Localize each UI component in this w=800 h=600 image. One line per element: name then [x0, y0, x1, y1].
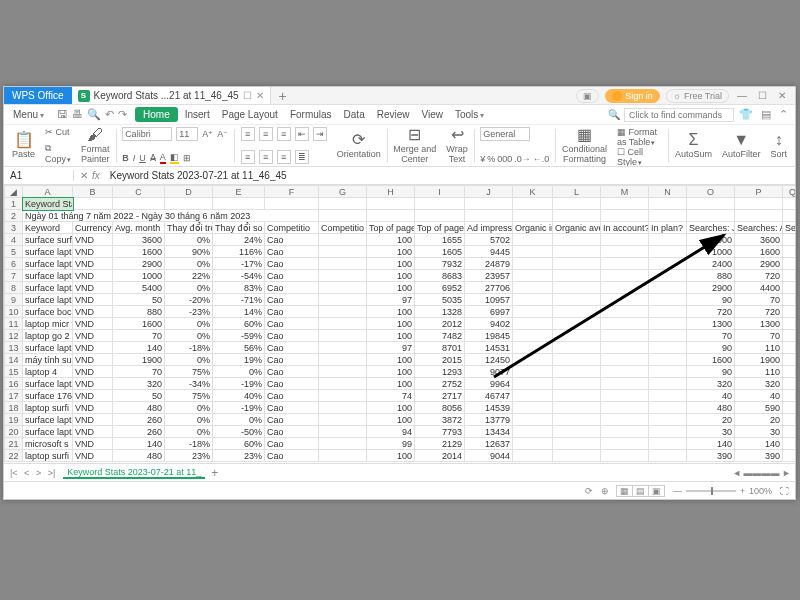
- cell[interactable]: [513, 246, 553, 258]
- cell[interactable]: [367, 198, 415, 210]
- cell[interactable]: 74: [367, 390, 415, 402]
- collapse-ribbon-icon[interactable]: ⌃: [776, 108, 791, 121]
- cell[interactable]: [783, 366, 796, 378]
- underline-button[interactable]: U: [139, 153, 146, 163]
- cell[interactable]: 100: [367, 330, 415, 342]
- cell[interactable]: laptop go 2: [23, 330, 73, 342]
- show-panel-icon[interactable]: ▤: [758, 108, 774, 121]
- cell[interactable]: 0%: [165, 318, 213, 330]
- cell[interactable]: VND: [73, 306, 113, 318]
- cell[interactable]: 2400: [687, 258, 735, 270]
- cell[interactable]: 99: [367, 438, 415, 450]
- cell[interactable]: VND: [73, 366, 113, 378]
- cell[interactable]: 9402: [465, 318, 513, 330]
- free-trial-button[interactable]: ☼ Free Trial: [666, 89, 729, 103]
- cell[interactable]: [783, 426, 796, 438]
- cell[interactable]: 1293: [415, 366, 465, 378]
- sync-icon[interactable]: ⟳: [585, 486, 593, 496]
- cell[interactable]: surface lapt: [23, 246, 73, 258]
- cell[interactable]: 1600: [113, 246, 165, 258]
- cell[interactable]: laptop surfi: [23, 450, 73, 462]
- cell[interactable]: [319, 342, 367, 354]
- cell[interactable]: Keyword: [23, 222, 73, 234]
- cell[interactable]: 2012: [415, 318, 465, 330]
- cell[interactable]: Top of page: [415, 222, 465, 234]
- cell[interactable]: 30: [687, 426, 735, 438]
- orientation-button[interactable]: ⟳Orientation: [333, 127, 385, 164]
- sheet-grid[interactable]: ◢ABCDEFGHIJKLMNOPQ 1Keyword Stats 2023-0…: [4, 185, 795, 463]
- cell[interactable]: Organic ave: [553, 222, 601, 234]
- tab-insert[interactable]: Insert: [180, 107, 215, 122]
- cell[interactable]: [319, 258, 367, 270]
- cell[interactable]: [601, 306, 649, 318]
- cell[interactable]: VND: [73, 414, 113, 426]
- number-format-select[interactable]: General: [480, 127, 530, 141]
- cell[interactable]: Searc: [783, 222, 796, 234]
- undo-icon[interactable]: ↶: [105, 108, 114, 121]
- cell[interactable]: Cao: [265, 450, 319, 462]
- cell[interactable]: 90: [687, 294, 735, 306]
- col-header[interactable]: K: [513, 186, 553, 198]
- new-tab-button[interactable]: +: [271, 88, 295, 104]
- stats-icon[interactable]: ⊕: [601, 486, 609, 496]
- cell[interactable]: 0%: [165, 258, 213, 270]
- view-switch[interactable]: ▦▤▣: [617, 486, 665, 496]
- cell[interactable]: [649, 318, 687, 330]
- cell[interactable]: [553, 378, 601, 390]
- cell[interactable]: [553, 366, 601, 378]
- cell[interactable]: [601, 258, 649, 270]
- cell[interactable]: [649, 330, 687, 342]
- cell[interactable]: 4400: [735, 282, 783, 294]
- cell[interactable]: [649, 246, 687, 258]
- conditional-formatting-button[interactable]: ▦Conditional Formatting: [558, 127, 611, 164]
- cell[interactable]: Searches: J: [687, 222, 735, 234]
- comma-icon[interactable]: 000: [497, 154, 512, 164]
- cell[interactable]: 40: [735, 390, 783, 402]
- cell[interactable]: Thay đổi trc: [165, 222, 213, 234]
- cell[interactable]: 390: [735, 450, 783, 462]
- row-header[interactable]: 21: [5, 438, 23, 450]
- cell[interactable]: [783, 282, 796, 294]
- cell[interactable]: [735, 198, 783, 210]
- row-header[interactable]: 3: [5, 222, 23, 234]
- cell[interactable]: [601, 450, 649, 462]
- cell[interactable]: 90%: [165, 246, 213, 258]
- cell[interactable]: 40: [687, 390, 735, 402]
- cell[interactable]: Cao: [265, 414, 319, 426]
- cell[interactable]: 140: [687, 438, 735, 450]
- cell[interactable]: Cao: [265, 366, 319, 378]
- cell[interactable]: [513, 258, 553, 270]
- cell[interactable]: 70: [735, 294, 783, 306]
- align-middle-icon[interactable]: ≡: [259, 127, 273, 141]
- cell[interactable]: [319, 198, 367, 210]
- cell[interactable]: [553, 438, 601, 450]
- cell[interactable]: -19%: [213, 378, 265, 390]
- cell[interactable]: 100: [367, 246, 415, 258]
- cell[interactable]: 100: [367, 366, 415, 378]
- cell[interactable]: [553, 414, 601, 426]
- cell[interactable]: 30: [735, 426, 783, 438]
- cell[interactable]: [649, 234, 687, 246]
- cell[interactable]: 0%: [165, 414, 213, 426]
- cell[interactable]: 320: [687, 378, 735, 390]
- cell[interactable]: [601, 246, 649, 258]
- cell[interactable]: -34%: [165, 378, 213, 390]
- cell[interactable]: Searches: A: [735, 222, 783, 234]
- cell[interactable]: VND: [73, 318, 113, 330]
- cell[interactable]: 320: [735, 378, 783, 390]
- format-as-table-button[interactable]: ▦ Format as Table: [617, 127, 662, 147]
- cell[interactable]: 70: [687, 330, 735, 342]
- cell[interactable]: [783, 450, 796, 462]
- cell[interactable]: [601, 366, 649, 378]
- tab-formulas[interactable]: Formulas: [285, 107, 337, 122]
- formula-input[interactable]: Keyword Stats 2023-07-21 at 11_46_45: [106, 170, 795, 181]
- row-header[interactable]: 4: [5, 234, 23, 246]
- cell[interactable]: [601, 234, 649, 246]
- autosum-button[interactable]: ΣAutoSum: [671, 127, 716, 164]
- cell[interactable]: [687, 198, 735, 210]
- cell[interactable]: 5400: [113, 282, 165, 294]
- cell[interactable]: 97: [367, 342, 415, 354]
- col-header[interactable]: P: [735, 186, 783, 198]
- maximize-button[interactable]: ☐: [755, 90, 769, 101]
- cell[interactable]: Top of page: [367, 222, 415, 234]
